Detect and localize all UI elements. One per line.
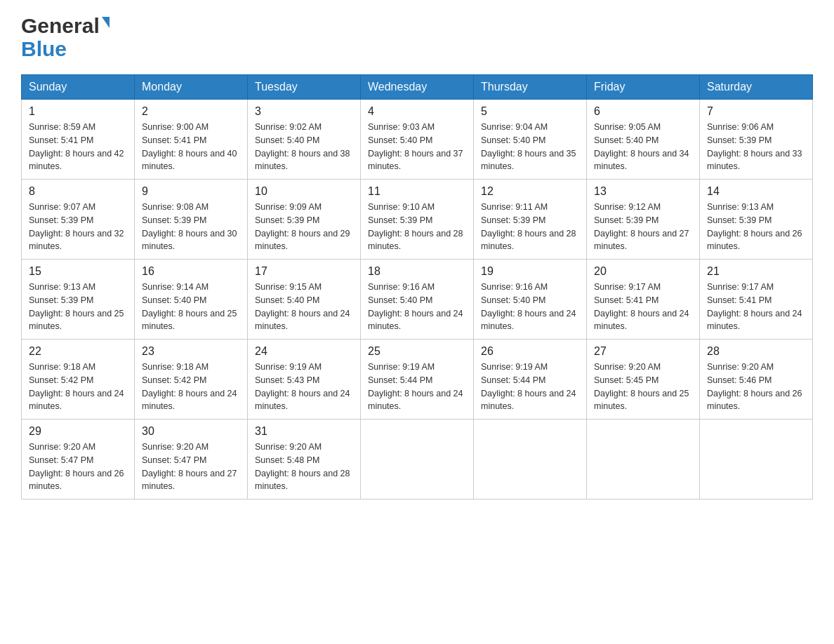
day-cell-6: 6Sunrise: 9:05 AMSunset: 5:40 PMDaylight…: [587, 100, 700, 180]
weekday-header-friday: Friday: [587, 75, 700, 100]
day-cell-15: 15Sunrise: 9:13 AMSunset: 5:39 PMDayligh…: [22, 260, 135, 340]
day-cell-18: 18Sunrise: 9:16 AMSunset: 5:40 PMDayligh…: [361, 260, 474, 340]
logo: General Blue: [21, 14, 110, 60]
day-cell-10: 10Sunrise: 9:09 AMSunset: 5:39 PMDayligh…: [248, 180, 361, 260]
day-cell-25: 25Sunrise: 9:19 AMSunset: 5:44 PMDayligh…: [361, 340, 474, 420]
weekday-header-sunday: Sunday: [22, 75, 135, 100]
day-number: 29: [29, 425, 127, 438]
day-cell-28: 28Sunrise: 9:20 AMSunset: 5:46 PMDayligh…: [700, 340, 813, 420]
day-info: Sunrise: 9:17 AMSunset: 5:41 PMDaylight:…: [707, 281, 805, 333]
day-number: 24: [255, 345, 353, 358]
day-info: Sunrise: 9:12 AMSunset: 5:39 PMDaylight:…: [594, 201, 692, 253]
day-number: 6: [594, 105, 692, 118]
day-number: 4: [368, 105, 466, 118]
day-info: Sunrise: 9:16 AMSunset: 5:40 PMDaylight:…: [481, 281, 579, 333]
day-number: 7: [707, 105, 805, 118]
day-info: Sunrise: 9:19 AMSunset: 5:43 PMDaylight:…: [255, 361, 353, 413]
day-cell-30: 30Sunrise: 9:20 AMSunset: 5:47 PMDayligh…: [135, 420, 248, 499]
day-cell-29: 29Sunrise: 9:20 AMSunset: 5:47 PMDayligh…: [22, 420, 135, 499]
day-number: 20: [594, 265, 692, 278]
day-number: 22: [29, 345, 127, 358]
day-info: Sunrise: 9:20 AMSunset: 5:47 PMDaylight:…: [29, 441, 127, 493]
day-info: Sunrise: 9:08 AMSunset: 5:39 PMDaylight:…: [142, 201, 240, 253]
day-cell-20: 20Sunrise: 9:17 AMSunset: 5:41 PMDayligh…: [587, 260, 700, 340]
day-cell-21: 21Sunrise: 9:17 AMSunset: 5:41 PMDayligh…: [700, 260, 813, 340]
day-number: 16: [142, 265, 240, 278]
day-cell-14: 14Sunrise: 9:13 AMSunset: 5:39 PMDayligh…: [700, 180, 813, 260]
empty-cell: [587, 420, 700, 499]
day-cell-26: 26Sunrise: 9:19 AMSunset: 5:44 PMDayligh…: [474, 340, 587, 420]
empty-cell: [474, 420, 587, 499]
day-cell-23: 23Sunrise: 9:18 AMSunset: 5:42 PMDayligh…: [135, 340, 248, 420]
day-info: Sunrise: 9:20 AMSunset: 5:45 PMDaylight:…: [594, 361, 692, 413]
weekday-header-saturday: Saturday: [700, 75, 813, 100]
day-number: 11: [368, 185, 466, 198]
day-info: Sunrise: 9:11 AMSunset: 5:39 PMDaylight:…: [481, 201, 579, 253]
day-info: Sunrise: 9:06 AMSunset: 5:39 PMDaylight:…: [707, 121, 805, 173]
day-cell-5: 5Sunrise: 9:04 AMSunset: 5:40 PMDaylight…: [474, 100, 587, 180]
day-number: 5: [481, 105, 579, 118]
day-cell-11: 11Sunrise: 9:10 AMSunset: 5:39 PMDayligh…: [361, 180, 474, 260]
day-number: 8: [29, 185, 127, 198]
day-cell-2: 2Sunrise: 9:00 AMSunset: 5:41 PMDaylight…: [135, 100, 248, 180]
day-info: Sunrise: 9:04 AMSunset: 5:40 PMDaylight:…: [481, 121, 579, 173]
logo-arrow-icon: [102, 17, 110, 28]
day-number: 31: [255, 425, 353, 438]
logo-blue-text: Blue: [21, 37, 110, 60]
empty-cell: [361, 420, 474, 499]
day-cell-12: 12Sunrise: 9:11 AMSunset: 5:39 PMDayligh…: [474, 180, 587, 260]
day-cell-13: 13Sunrise: 9:12 AMSunset: 5:39 PMDayligh…: [587, 180, 700, 260]
day-cell-8: 8Sunrise: 9:07 AMSunset: 5:39 PMDaylight…: [22, 180, 135, 260]
day-info: Sunrise: 9:15 AMSunset: 5:40 PMDaylight:…: [255, 281, 353, 333]
day-number: 9: [142, 185, 240, 198]
day-info: Sunrise: 9:16 AMSunset: 5:40 PMDaylight:…: [368, 281, 466, 333]
day-info: Sunrise: 9:17 AMSunset: 5:41 PMDaylight:…: [594, 281, 692, 333]
day-cell-7: 7Sunrise: 9:06 AMSunset: 5:39 PMDaylight…: [700, 100, 813, 180]
weekday-header-monday: Monday: [135, 75, 248, 100]
day-info: Sunrise: 9:09 AMSunset: 5:39 PMDaylight:…: [255, 201, 353, 253]
weekday-header-tuesday: Tuesday: [248, 75, 361, 100]
day-info: Sunrise: 9:03 AMSunset: 5:40 PMDaylight:…: [368, 121, 466, 173]
day-number: 23: [142, 345, 240, 358]
day-info: Sunrise: 9:19 AMSunset: 5:44 PMDaylight:…: [368, 361, 466, 413]
day-info: Sunrise: 9:18 AMSunset: 5:42 PMDaylight:…: [142, 361, 240, 413]
day-number: 14: [707, 185, 805, 198]
day-info: Sunrise: 9:19 AMSunset: 5:44 PMDaylight:…: [481, 361, 579, 413]
day-number: 26: [481, 345, 579, 358]
weekday-header-thursday: Thursday: [474, 75, 587, 100]
day-number: 3: [255, 105, 353, 118]
day-info: Sunrise: 9:00 AMSunset: 5:41 PMDaylight:…: [142, 121, 240, 173]
day-cell-27: 27Sunrise: 9:20 AMSunset: 5:45 PMDayligh…: [587, 340, 700, 420]
day-number: 18: [368, 265, 466, 278]
day-info: Sunrise: 9:10 AMSunset: 5:39 PMDaylight:…: [368, 201, 466, 253]
day-cell-19: 19Sunrise: 9:16 AMSunset: 5:40 PMDayligh…: [474, 260, 587, 340]
day-info: Sunrise: 9:07 AMSunset: 5:39 PMDaylight:…: [29, 201, 127, 253]
day-info: Sunrise: 9:13 AMSunset: 5:39 PMDaylight:…: [707, 201, 805, 253]
day-number: 2: [142, 105, 240, 118]
day-cell-17: 17Sunrise: 9:15 AMSunset: 5:40 PMDayligh…: [248, 260, 361, 340]
day-info: Sunrise: 9:20 AMSunset: 5:48 PMDaylight:…: [255, 441, 353, 493]
day-number: 13: [594, 185, 692, 198]
day-number: 1: [29, 105, 127, 118]
day-number: 30: [142, 425, 240, 438]
day-info: Sunrise: 9:02 AMSunset: 5:40 PMDaylight:…: [255, 121, 353, 173]
day-info: Sunrise: 9:13 AMSunset: 5:39 PMDaylight:…: [29, 281, 127, 333]
day-info: Sunrise: 9:14 AMSunset: 5:40 PMDaylight:…: [142, 281, 240, 333]
weekday-header-wednesday: Wednesday: [361, 75, 474, 100]
empty-cell: [700, 420, 813, 499]
day-info: Sunrise: 9:18 AMSunset: 5:42 PMDaylight:…: [29, 361, 127, 413]
day-cell-3: 3Sunrise: 9:02 AMSunset: 5:40 PMDaylight…: [248, 100, 361, 180]
day-info: Sunrise: 9:20 AMSunset: 5:46 PMDaylight:…: [707, 361, 805, 413]
day-number: 27: [594, 345, 692, 358]
day-cell-9: 9Sunrise: 9:08 AMSunset: 5:39 PMDaylight…: [135, 180, 248, 260]
day-cell-22: 22Sunrise: 9:18 AMSunset: 5:42 PMDayligh…: [22, 340, 135, 420]
day-cell-16: 16Sunrise: 9:14 AMSunset: 5:40 PMDayligh…: [135, 260, 248, 340]
day-cell-31: 31Sunrise: 9:20 AMSunset: 5:48 PMDayligh…: [248, 420, 361, 499]
day-info: Sunrise: 9:05 AMSunset: 5:40 PMDaylight:…: [594, 121, 692, 173]
day-info: Sunrise: 8:59 AMSunset: 5:41 PMDaylight:…: [29, 121, 127, 173]
day-cell-1: 1Sunrise: 8:59 AMSunset: 5:41 PMDaylight…: [22, 100, 135, 180]
day-number: 12: [481, 185, 579, 198]
day-cell-4: 4Sunrise: 9:03 AMSunset: 5:40 PMDaylight…: [361, 100, 474, 180]
page-header: General Blue: [21, 14, 813, 60]
day-number: 17: [255, 265, 353, 278]
